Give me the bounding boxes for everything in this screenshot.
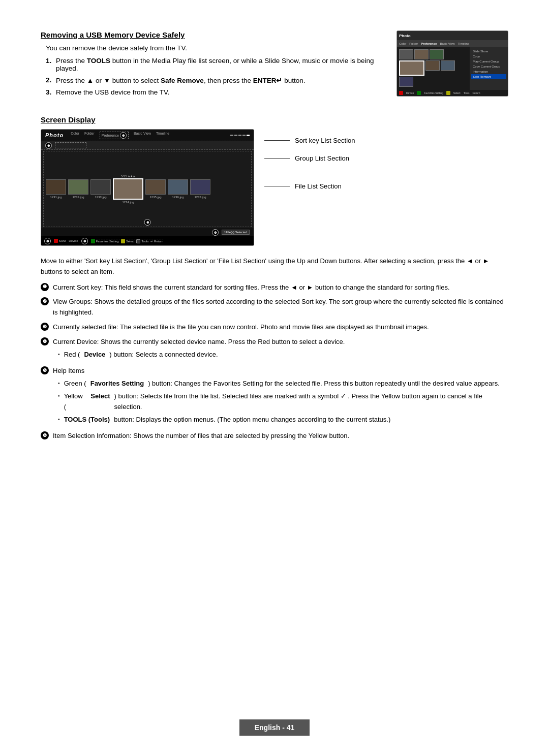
thumb-label-1233: 1233.jpg bbox=[95, 196, 106, 199]
thumb-label-1237: 1237.jpg bbox=[194, 196, 206, 199]
group-list-label: Group List Section bbox=[264, 154, 366, 162]
photo-ui-large: Photo Color Folder Preference ❶ Basic Vi… bbox=[41, 129, 254, 246]
tv-thumb-1 bbox=[399, 49, 413, 59]
thumb-1231: 1231.jpg bbox=[46, 179, 66, 199]
num-1: ❶ bbox=[41, 283, 49, 291]
footer-badge: English - 41 bbox=[239, 719, 310, 736]
tv-nav-folder: Folder bbox=[409, 42, 418, 45]
photo-bottombar: ❹ SUM Device ❺ Favorites Setting bbox=[41, 236, 254, 245]
num-2: ❷ bbox=[41, 297, 49, 305]
btn-select: Select bbox=[121, 239, 135, 243]
fav-bold: Favorites Setting bbox=[90, 379, 144, 389]
tv-select-label: Select bbox=[453, 91, 461, 94]
desc-item-3: ❸ Currently selected file: The selected … bbox=[41, 322, 508, 333]
desc-text-6: Item Selection Information: Shows the nu… bbox=[53, 431, 508, 442]
usb-step-1: Press the TOOLS button in the Media Play… bbox=[46, 57, 381, 72]
screen-labels: Sort key List Section Group List Section… bbox=[264, 129, 366, 190]
usb-step-2: Press the ▲ or ▼ button to select Safe R… bbox=[46, 76, 381, 84]
tv-device-label: Device bbox=[406, 91, 414, 94]
description-section: Move to either 'Sort key List Section', … bbox=[41, 256, 508, 442]
tv-bottom-bar: Device Favorites Setting Select Tools Re… bbox=[397, 90, 508, 96]
usb-steps: Press the TOOLS button in the Media Play… bbox=[46, 57, 381, 96]
badge-5: ❺ bbox=[81, 238, 88, 244]
btn-fav-label: Favorites Setting bbox=[96, 240, 119, 243]
thumb-box-1232 bbox=[68, 179, 88, 195]
desc-sub-4: Red (Device) button: Selects a connected… bbox=[53, 350, 508, 360]
device-bold: Device bbox=[84, 350, 105, 360]
file-list-label: File List Section bbox=[264, 182, 366, 190]
desc-text-1: Current Sort key: This field shows the c… bbox=[53, 282, 508, 293]
btn-sum-label: SUM bbox=[59, 239, 66, 242]
description-list: ❶ Current Sort key: This field shows the… bbox=[41, 282, 508, 442]
photo-nav-color: Color bbox=[71, 132, 79, 139]
tv-tools-label: Tools bbox=[464, 91, 470, 94]
photo-nav-preference: Preference ❶ bbox=[100, 132, 129, 139]
tv-menu-slideshow: Slide Show bbox=[471, 49, 506, 54]
group-list-line bbox=[264, 158, 290, 159]
file-list-line bbox=[264, 186, 290, 186]
photo-nav-folder: Folder bbox=[84, 132, 95, 139]
tv-thumb-selected bbox=[399, 60, 424, 76]
desc-item-5: ❺ Help Items Green (Favorites Setting) b… bbox=[41, 366, 508, 427]
badge-3: ❸ bbox=[144, 219, 151, 226]
photo-ui-navitems: Color Folder Preference ❶ Basic View Tim… bbox=[71, 132, 169, 139]
thumb-label-1236: 1236.jpg bbox=[172, 196, 184, 199]
tv-context-menu: Slide Show Copy Play Current Group Copy … bbox=[470, 47, 508, 90]
footer: English - 41 bbox=[0, 719, 549, 736]
bottom-buttons-group: Favorites Setting Select Tools ↩ Return bbox=[91, 239, 163, 243]
thumb-1236: 1236.jpg bbox=[168, 179, 188, 199]
desc-text-3: Currently selected file: The selected fi… bbox=[53, 322, 508, 333]
photo-main-area: ❸ 1231.jpg 1232.jpg 1233.jpg bbox=[41, 150, 254, 236]
badge-2: ❷ bbox=[45, 142, 52, 149]
photo-nav-basicview: Basic View bbox=[134, 132, 151, 139]
tools-bold: TOOLS bbox=[87, 57, 110, 65]
tv-btn-green bbox=[417, 91, 421, 95]
num-4: ❹ bbox=[41, 337, 49, 345]
tv-nav-color: Color bbox=[399, 42, 406, 45]
desc-sub-5-3: TOOLS (Tools) button: Displays the optio… bbox=[53, 415, 508, 425]
btn-sum: SUM bbox=[54, 239, 66, 243]
num-6: ❻ bbox=[41, 431, 49, 439]
desc-item-4: ❹ Current Device: Shows the currently se… bbox=[41, 337, 508, 362]
tv-menu-safe-remove: Safe Remove bbox=[471, 74, 506, 79]
tv-thumb-2 bbox=[414, 49, 429, 59]
desc-item-1: ❶ Current Sort key: This field shows the… bbox=[41, 282, 508, 293]
badge-6: ❻ bbox=[212, 229, 219, 236]
description-intro: Move to either 'Sort key List Section', … bbox=[41, 256, 508, 277]
desc-sub-5: Green (Favorites Setting) button: Change… bbox=[53, 379, 508, 425]
btn-return-label: ↩ Return bbox=[150, 239, 163, 243]
thumb-label-1234: 1234.jpg bbox=[122, 201, 134, 204]
btn-yellow-icon bbox=[121, 239, 125, 243]
tv-nav-timeline: Timeline bbox=[458, 42, 469, 45]
usb-intro: You can remove the device safely from th… bbox=[46, 44, 381, 52]
btn-select-label: Select bbox=[126, 240, 135, 243]
desc-sub-4-1: Red (Device) button: Selects a connected… bbox=[53, 350, 508, 360]
usb-title: Removing a USB Memory Device Safely bbox=[41, 30, 381, 39]
thumb-box-1231 bbox=[46, 179, 66, 195]
thumb-box-1234 bbox=[113, 178, 143, 200]
tv-thumb-3 bbox=[430, 49, 444, 59]
tv-menu-copy: Copy bbox=[471, 54, 506, 59]
sort-key-line bbox=[264, 140, 290, 141]
tv-btn-yellow bbox=[446, 91, 450, 95]
photo-ui-topbar: Photo Color Folder Preference ❶ Basic Vi… bbox=[41, 130, 254, 141]
thumb-1234-selected: 5/15 ★★★ 1234.jpg bbox=[113, 174, 143, 204]
tv-btn-red bbox=[399, 91, 403, 95]
thumb-1237: 1237.jpg bbox=[190, 179, 210, 199]
thumb-1235: 1235.jpg bbox=[145, 179, 166, 199]
usb-section-left: Removing a USB Memory Device Safely You … bbox=[41, 30, 381, 100]
desc-sub-5-2: Yellow (Select) button: Selects file fro… bbox=[53, 391, 508, 413]
desc-item-2: ❷ View Groups: Shows the detailed groups… bbox=[41, 297, 508, 318]
thumb-rating: 5/15 ★★★ bbox=[121, 174, 135, 178]
badge-1: ❶ bbox=[120, 132, 127, 139]
thumb-label-1231: 1231.jpg bbox=[50, 196, 62, 199]
tools-tools-bold: TOOLS (Tools) bbox=[64, 415, 110, 425]
desc-sub-5-1: Green (Favorites Setting) button: Change… bbox=[53, 379, 508, 389]
tv-content: Slide Show Copy Play Current Group Copy … bbox=[397, 47, 508, 90]
num-5: ❺ bbox=[41, 366, 49, 374]
enter-bold: ENTER↵ bbox=[253, 77, 283, 84]
desc-text-2: View Groups: Shows the detailed groups o… bbox=[53, 297, 508, 318]
group-list-text: Group List Section bbox=[295, 154, 349, 162]
desc-item-6: ❻ Item Selection Information: Shows the … bbox=[41, 431, 508, 442]
device-label: Device bbox=[69, 239, 78, 242]
